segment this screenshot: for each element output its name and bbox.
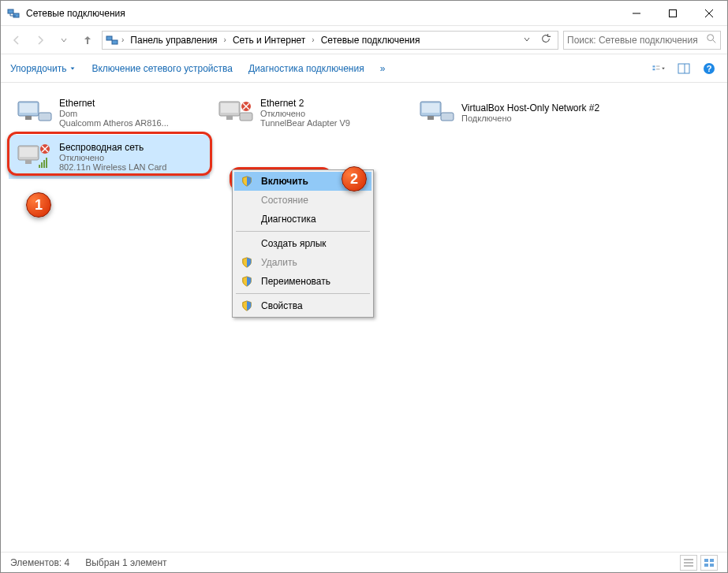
connection-status: Dom	[59, 109, 169, 118]
view-options-button[interactable]	[650, 60, 667, 77]
navigation-bar: › Панель управления › Сеть и Интернет › …	[1, 26, 727, 54]
window-frame: Сетевые подключения	[0, 0, 728, 573]
context-label: Удалить	[261, 257, 297, 268]
context-rename[interactable]: Переименовать	[234, 272, 371, 291]
svg-rect-33	[427, 116, 434, 120]
svg-rect-26	[226, 116, 233, 120]
svg-rect-37	[25, 160, 32, 164]
large-icons-view-button[interactable]	[700, 555, 718, 571]
svg-rect-21	[20, 103, 37, 113]
organize-label: Упорядочить	[10, 63, 66, 74]
chevron-down-icon	[69, 65, 76, 72]
svg-rect-8	[106, 36, 112, 40]
context-label: Переименовать	[261, 276, 330, 287]
context-properties[interactable]: Свойства	[234, 296, 371, 315]
connection-icon	[15, 97, 53, 128]
organize-menu[interactable]: Упорядочить	[10, 63, 76, 74]
history-dropdown-button[interactable]	[54, 31, 73, 50]
chevron-right-icon[interactable]: ›	[224, 35, 226, 44]
svg-rect-34	[441, 113, 454, 121]
svg-rect-12	[653, 65, 655, 67]
connection-icon	[15, 141, 53, 173]
close-button[interactable]	[691, 2, 727, 25]
context-diagnose[interactable]: Диагностика	[234, 210, 371, 229]
annotation-badge-1: 1	[26, 192, 51, 218]
annotation-badge-2: 2	[342, 166, 367, 192]
shield-icon	[241, 300, 253, 312]
connection-virtualbox[interactable]: VirtualBox Host-Only Network #2 Подключе…	[411, 91, 612, 135]
up-button[interactable]	[78, 31, 97, 50]
svg-rect-38	[39, 165, 40, 168]
connection-ethernet[interactable]: Ethernet Dom Qualcomm Atheros AR816...	[9, 91, 210, 135]
shield-icon	[241, 256, 253, 269]
enable-device-button[interactable]: Включение сетевого устройства	[91, 63, 233, 74]
window-controls	[618, 2, 727, 25]
help-button[interactable]: ?	[700, 60, 718, 77]
svg-rect-36	[20, 147, 37, 157]
separator	[236, 293, 370, 294]
forward-button[interactable]	[31, 31, 50, 50]
svg-rect-5	[670, 9, 677, 17]
toolbar-overflow-button[interactable]: »	[380, 63, 386, 74]
svg-rect-40	[43, 160, 45, 168]
svg-rect-32	[422, 103, 439, 113]
preview-pane-button[interactable]	[675, 60, 693, 77]
search-icon	[706, 33, 717, 47]
svg-rect-0	[8, 9, 13, 13]
command-bar: Упорядочить Включение сетевого устройств…	[1, 54, 727, 83]
svg-line-11	[713, 40, 716, 43]
svg-rect-41	[46, 158, 47, 168]
connection-status: Отключено	[260, 109, 350, 118]
svg-rect-25	[221, 103, 238, 113]
connection-device: TunnelBear Adapter V9	[260, 118, 350, 128]
statusbar: Элементов: 4 Выбран 1 элемент	[1, 552, 727, 572]
connection-icon	[216, 97, 254, 128]
connection-name: VirtualBox Host-Only Network #2	[461, 102, 599, 113]
svg-point-10	[707, 35, 714, 41]
connection-name: Беспроводная сеть	[59, 142, 166, 153]
connection-status: Отключено	[59, 153, 166, 162]
context-menu: Включить Состояние Диагностика Создать я…	[232, 169, 374, 318]
connection-wireless[interactable]: Беспроводная сеть Отключено 802.11n Wire…	[9, 135, 210, 179]
breadcrumb-item[interactable]: Панель управления	[127, 35, 220, 46]
connection-device: Qualcomm Atheros AR816...	[59, 118, 169, 128]
network-connections-icon	[7, 7, 20, 20]
svg-rect-48	[704, 559, 708, 562]
details-view-button[interactable]	[680, 555, 697, 571]
diagnose-connection-button[interactable]: Диагностика подключения	[248, 63, 364, 74]
connection-device: 802.11n Wireless LAN Card	[59, 162, 166, 172]
status-count: Элементов: 4	[10, 557, 69, 568]
breadcrumb-item[interactable]: Сеть и Интернет	[230, 35, 308, 46]
search-box[interactable]	[563, 31, 721, 50]
svg-rect-16	[678, 64, 689, 73]
connection-ethernet2[interactable]: Ethernet 2 Отключено TunnelBear Adapter …	[210, 91, 411, 135]
svg-rect-50	[704, 564, 708, 567]
svg-rect-49	[710, 559, 714, 562]
svg-rect-27	[240, 113, 252, 121]
refresh-button[interactable]	[537, 33, 554, 47]
context-status: Состояние	[234, 191, 371, 210]
shield-icon	[241, 275, 253, 288]
svg-rect-51	[710, 564, 714, 567]
chevron-right-icon[interactable]: ›	[121, 35, 124, 44]
back-button[interactable]	[7, 31, 26, 50]
svg-rect-9	[112, 40, 118, 44]
minimize-button[interactable]	[618, 2, 655, 25]
address-bar[interactable]: › Панель управления › Сеть и Интернет › …	[102, 31, 558, 50]
address-dropdown-button[interactable]	[520, 35, 534, 46]
context-label: Включить	[261, 176, 308, 187]
window-title: Сетевые подключения	[26, 8, 618, 19]
maximize-button[interactable]	[655, 2, 691, 25]
context-create-shortcut[interactable]: Создать ярлык	[234, 234, 371, 253]
connection-name: Ethernet 2	[260, 98, 350, 109]
breadcrumb-item[interactable]: Сетевые подключения	[318, 35, 424, 46]
svg-rect-22	[25, 116, 32, 120]
status-selected: Выбран 1 элемент	[85, 557, 166, 568]
shield-icon	[241, 175, 253, 188]
connection-status: Подключено	[461, 113, 599, 123]
connections-list: Ethernet Dom Qualcomm Atheros AR816... E…	[9, 91, 719, 179]
network-connections-icon	[106, 34, 118, 47]
context-label: Диагностика	[261, 214, 316, 225]
search-input[interactable]	[567, 35, 706, 46]
chevron-right-icon[interactable]: ›	[312, 35, 314, 44]
